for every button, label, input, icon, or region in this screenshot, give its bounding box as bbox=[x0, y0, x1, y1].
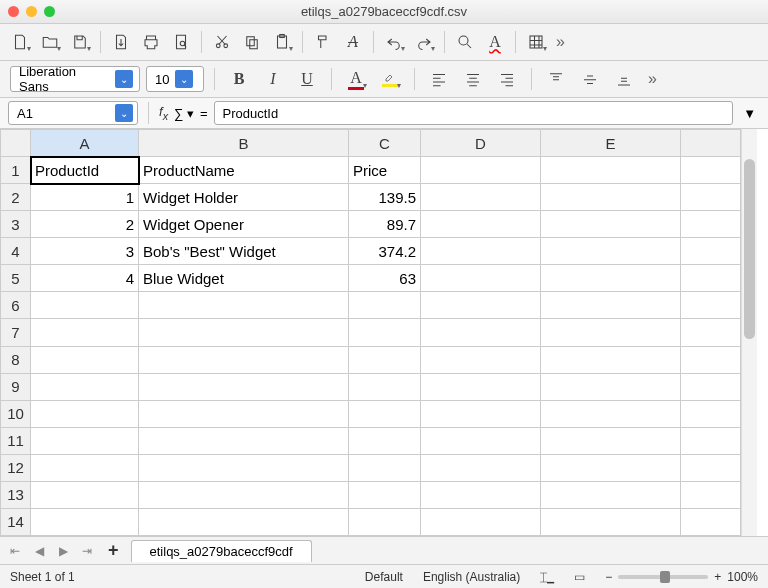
cell-B5[interactable]: Blue Widget bbox=[139, 265, 349, 292]
font-color-button[interactable]: A bbox=[342, 65, 370, 93]
align-left-button[interactable] bbox=[425, 65, 453, 93]
selection-mode-icon[interactable]: ▭ bbox=[574, 570, 585, 584]
spellcheck-button[interactable]: A bbox=[481, 28, 509, 56]
cell-A2[interactable]: 1 bbox=[31, 184, 139, 211]
cell-D12[interactable] bbox=[421, 454, 541, 481]
cell-B14[interactable] bbox=[139, 508, 349, 535]
cell-C11[interactable] bbox=[349, 427, 421, 454]
cell-A5[interactable]: 4 bbox=[31, 265, 139, 292]
new-button[interactable] bbox=[6, 28, 34, 56]
row-header-7[interactable]: 7 bbox=[1, 319, 31, 346]
cell-B8[interactable] bbox=[139, 346, 349, 373]
cell-2[interactable] bbox=[681, 184, 741, 211]
last-sheet-button[interactable]: ⇥ bbox=[78, 542, 96, 560]
cell-style-label[interactable]: Default bbox=[365, 570, 403, 584]
cell-A14[interactable] bbox=[31, 508, 139, 535]
cell-D10[interactable] bbox=[421, 400, 541, 427]
col-header-A[interactable]: A bbox=[31, 130, 139, 157]
bold-button[interactable]: B bbox=[225, 65, 253, 93]
cell-B13[interactable] bbox=[139, 481, 349, 508]
row-col-button[interactable] bbox=[522, 28, 550, 56]
paste-button[interactable] bbox=[268, 28, 296, 56]
cell-C2[interactable]: 139.5 bbox=[349, 184, 421, 211]
align-top-button[interactable] bbox=[542, 65, 570, 93]
export-pdf-button[interactable] bbox=[107, 28, 135, 56]
cell-13[interactable] bbox=[681, 481, 741, 508]
cell-D9[interactable] bbox=[421, 373, 541, 400]
zoom-out-icon[interactable]: − bbox=[605, 570, 612, 584]
cell-B6[interactable] bbox=[139, 292, 349, 319]
cell-C14[interactable] bbox=[349, 508, 421, 535]
print-preview-button[interactable] bbox=[167, 28, 195, 56]
cell-E10[interactable] bbox=[541, 400, 681, 427]
prev-sheet-button[interactable]: ◀ bbox=[30, 542, 48, 560]
cell-C1[interactable]: Price bbox=[349, 157, 421, 184]
cell-4[interactable] bbox=[681, 238, 741, 265]
open-button[interactable] bbox=[36, 28, 64, 56]
cell-D8[interactable] bbox=[421, 346, 541, 373]
cell-C4[interactable]: 374.2 bbox=[349, 238, 421, 265]
insert-mode-icon[interactable]: ⌶▁ bbox=[540, 570, 554, 584]
align-middle-button[interactable] bbox=[576, 65, 604, 93]
cell-D3[interactable] bbox=[421, 211, 541, 238]
undo-button[interactable] bbox=[380, 28, 408, 56]
cell-A8[interactable] bbox=[31, 346, 139, 373]
align-right-button[interactable] bbox=[493, 65, 521, 93]
cell-11[interactable] bbox=[681, 427, 741, 454]
col-header-extra[interactable] bbox=[681, 130, 741, 157]
cell-14[interactable] bbox=[681, 508, 741, 535]
cell-1[interactable] bbox=[681, 157, 741, 184]
cell-A7[interactable] bbox=[31, 319, 139, 346]
cell-C10[interactable] bbox=[349, 400, 421, 427]
redo-button[interactable] bbox=[410, 28, 438, 56]
cell-D11[interactable] bbox=[421, 427, 541, 454]
cell-7[interactable] bbox=[681, 319, 741, 346]
row-header-3[interactable]: 3 bbox=[1, 211, 31, 238]
cell-A13[interactable] bbox=[31, 481, 139, 508]
cell-3[interactable] bbox=[681, 211, 741, 238]
save-button[interactable] bbox=[66, 28, 94, 56]
cell-C3[interactable]: 89.7 bbox=[349, 211, 421, 238]
cell-E14[interactable] bbox=[541, 508, 681, 535]
cell-A4[interactable]: 3 bbox=[31, 238, 139, 265]
cell-A10[interactable] bbox=[31, 400, 139, 427]
cell-B12[interactable] bbox=[139, 454, 349, 481]
row-header-1[interactable]: 1 bbox=[1, 157, 31, 184]
toolbar-overflow[interactable]: » bbox=[552, 33, 569, 51]
cell-E5[interactable] bbox=[541, 265, 681, 292]
zoom-window-button[interactable] bbox=[44, 6, 55, 17]
font-size-select[interactable]: 10 ⌄ bbox=[146, 66, 204, 92]
row-header-14[interactable]: 14 bbox=[1, 508, 31, 535]
cell-B9[interactable] bbox=[139, 373, 349, 400]
close-window-button[interactable] bbox=[8, 6, 19, 17]
cell-D1[interactable] bbox=[421, 157, 541, 184]
cut-button[interactable] bbox=[208, 28, 236, 56]
col-header-B[interactable]: B bbox=[139, 130, 349, 157]
cell-6[interactable] bbox=[681, 292, 741, 319]
cell-E1[interactable] bbox=[541, 157, 681, 184]
expand-formula-icon[interactable]: ▼ bbox=[739, 106, 760, 121]
row-header-10[interactable]: 10 bbox=[1, 400, 31, 427]
font-name-select[interactable]: Liberation Sans ⌄ bbox=[10, 66, 140, 92]
zoom-in-icon[interactable]: + bbox=[714, 570, 721, 584]
align-bottom-button[interactable] bbox=[610, 65, 638, 93]
cell-B3[interactable]: Widget Opener bbox=[139, 211, 349, 238]
cell-E11[interactable] bbox=[541, 427, 681, 454]
cell-C6[interactable] bbox=[349, 292, 421, 319]
add-sheet-button[interactable]: + bbox=[102, 540, 125, 561]
find-button[interactable] bbox=[451, 28, 479, 56]
print-button[interactable] bbox=[137, 28, 165, 56]
cell-10[interactable] bbox=[681, 400, 741, 427]
cell-5[interactable] bbox=[681, 265, 741, 292]
equals-button[interactable]: = bbox=[200, 106, 208, 121]
cell-A12[interactable] bbox=[31, 454, 139, 481]
row-header-13[interactable]: 13 bbox=[1, 481, 31, 508]
cell-D5[interactable] bbox=[421, 265, 541, 292]
format-overflow[interactable]: » bbox=[644, 70, 661, 88]
cell-E7[interactable] bbox=[541, 319, 681, 346]
cell-E8[interactable] bbox=[541, 346, 681, 373]
select-all-corner[interactable] bbox=[1, 130, 31, 157]
col-header-D[interactable]: D bbox=[421, 130, 541, 157]
row-header-4[interactable]: 4 bbox=[1, 238, 31, 265]
cell-C13[interactable] bbox=[349, 481, 421, 508]
